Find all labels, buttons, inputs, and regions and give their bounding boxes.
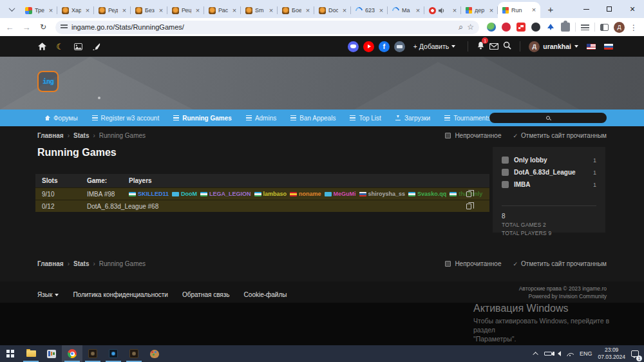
taskbar-explorer-icon[interactable]	[21, 345, 41, 362]
battery-icon[interactable]	[544, 352, 552, 356]
nav-item[interactable]: Ban Appeals	[283, 110, 343, 126]
discord-icon[interactable]	[348, 41, 359, 52]
tab-close-icon[interactable]	[194, 6, 202, 14]
theme-moon-icon[interactable]: ☾	[55, 42, 64, 51]
bookmark-star-icon[interactable]	[467, 23, 474, 32]
forward-button[interactable]	[19, 20, 33, 34]
tab-close-icon[interactable]	[377, 6, 385, 14]
nav-item[interactable]: Загрузки	[388, 110, 437, 126]
red-extension-icon[interactable]	[516, 23, 526, 32]
window-maximize-button[interactable]	[598, 0, 621, 18]
filter-item[interactable]: IMBA 1	[502, 178, 596, 191]
browser-tab[interactable]: дер	[461, 3, 498, 18]
filter-item[interactable]: DotA_6.83d_League 1	[502, 166, 596, 178]
nav-item[interactable]: Admins	[239, 110, 283, 126]
player-name[interactable]: lambaso	[263, 191, 287, 197]
notifications-bell[interactable]: 1	[477, 41, 485, 52]
start-button[interactable]	[0, 345, 21, 362]
gallery-icon[interactable]	[73, 42, 82, 51]
mark-site-read-button[interactable]: Отметить сайт прочитанным	[513, 132, 607, 139]
messages-envelope-icon[interactable]	[489, 41, 498, 52]
facebook-icon[interactable]	[379, 41, 390, 52]
dark-extension-icon[interactable]	[531, 23, 540, 32]
wifi-icon[interactable]	[567, 351, 574, 356]
filter-checkbox[interactable]	[502, 181, 509, 188]
new-tab-button[interactable]	[543, 1, 558, 17]
browser-tab[interactable]: Run	[498, 2, 540, 18]
taskbar-chrome-icon[interactable]	[62, 345, 82, 362]
player-name[interactable]: MeGuMi	[334, 191, 356, 197]
taskbar-game2-icon[interactable]	[124, 345, 144, 362]
tab-close-icon[interactable]	[267, 6, 275, 14]
extensions-puzzle-icon[interactable]	[561, 23, 570, 32]
filter-checkbox[interactable]	[502, 169, 509, 176]
side-panel-icon[interactable]	[600, 24, 609, 31]
footer-link[interactable]: Политика конфиденциальности	[73, 291, 168, 298]
zoom-page-icon[interactable]	[459, 22, 463, 32]
window-close-button[interactable]	[621, 0, 644, 18]
keyboard-language[interactable]: ENG	[580, 350, 592, 357]
tab-audio-icon[interactable]	[439, 7, 445, 14]
mark-site-read-button[interactable]: Отметить сайт прочитанным	[513, 260, 607, 267]
browser-tab[interactable]: Хар	[57, 3, 94, 18]
unread-label[interactable]: Непрочитанное	[455, 260, 501, 267]
taskbar-paint-icon[interactable]	[144, 345, 165, 362]
nav-item[interactable]: Register w3 account	[85, 110, 167, 126]
taskbar-klite-icon[interactable]	[41, 345, 62, 362]
home-icon[interactable]	[37, 42, 46, 51]
player-name[interactable]: noname	[299, 191, 321, 197]
tab-close-icon[interactable]	[120, 6, 128, 14]
tab-close-icon[interactable]	[231, 6, 238, 14]
site-settings-icon[interactable]	[61, 24, 68, 30]
language-selector[interactable]: Язык	[37, 291, 59, 298]
language-ru-flag[interactable]	[604, 44, 613, 50]
back-button[interactable]	[3, 20, 17, 34]
site-search-icon[interactable]	[503, 41, 511, 52]
vk-icon[interactable]	[394, 41, 405, 52]
filter-checkbox[interactable]	[502, 157, 509, 164]
nav-item[interactable]: Top List	[343, 110, 388, 126]
browser-tab[interactable]: Бое	[278, 3, 314, 18]
tab-close-icon[interactable]	[451, 6, 459, 14]
acrobat-extension-icon[interactable]	[546, 23, 555, 32]
nav-item[interactable]: Tournaments	[437, 110, 498, 126]
copy-icon[interactable]	[466, 204, 471, 209]
browser-tab[interactable]	[424, 3, 461, 18]
reading-list-icon[interactable]	[581, 24, 589, 30]
brush-icon[interactable]	[91, 42, 100, 51]
tab-close-icon[interactable]	[530, 6, 538, 14]
idm-extension-icon[interactable]	[487, 23, 496, 32]
browser-tab[interactable]: Sm	[241, 3, 278, 18]
browser-tab[interactable]: Ред	[94, 3, 131, 18]
player-name[interactable]: LEGA_LEGION	[209, 191, 251, 197]
tray-expand-icon[interactable]	[533, 352, 538, 357]
player-name[interactable]: shiroysha_ss	[368, 191, 406, 197]
browser-menu-icon[interactable]	[630, 21, 638, 33]
browser-tab[interactable]: Без	[131, 3, 167, 18]
volume-icon[interactable]	[558, 351, 561, 356]
browser-tab[interactable]: Рец	[167, 3, 204, 18]
player-name[interactable]: Svasko.qq	[417, 191, 446, 197]
breadcrumb-item[interactable]: Running Games	[93, 260, 146, 267]
tab-close-icon[interactable]	[341, 6, 348, 14]
taskbar-ingame-app-icon[interactable]	[103, 345, 124, 362]
address-bar[interactable]: ingame.go.ro/Stats/RunningGames/	[55, 21, 479, 34]
taskbar-game-icon[interactable]	[82, 345, 103, 362]
unread-label[interactable]: Непрочитанное	[455, 132, 501, 139]
player-name[interactable]: SKILLED11	[138, 191, 169, 197]
tab-close-icon[interactable]	[304, 6, 312, 14]
browser-tab[interactable]: Рас	[204, 3, 241, 18]
browser-profile-avatar[interactable]: Д	[614, 22, 625, 33]
player-name[interactable]: DooM	[181, 191, 197, 197]
youtube-icon[interactable]	[363, 41, 374, 52]
tab-close-icon[interactable]	[157, 6, 165, 14]
breadcrumb-item[interactable]: Главная	[37, 132, 64, 139]
browser-tab[interactable]: Ma	[388, 3, 424, 18]
breadcrumb-item[interactable]: Главная	[37, 260, 64, 267]
tab-close-icon[interactable]	[47, 6, 55, 14]
window-minimize-button[interactable]	[574, 0, 598, 18]
unread-filter-icon[interactable]	[445, 133, 451, 138]
browser-tab[interactable]: 623	[351, 3, 388, 18]
browser-tab[interactable]: Тре	[21, 3, 57, 18]
site-logo[interactable]: ing	[37, 71, 59, 92]
